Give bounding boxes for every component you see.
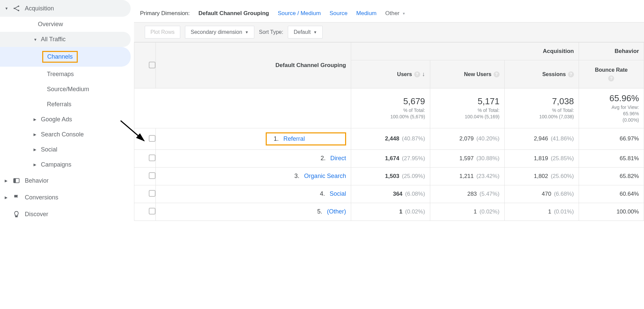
group-behavior: Behavior: [579, 43, 644, 60]
sort-desc-icon: ↓: [422, 71, 425, 78]
nav-campaigns[interactable]: ▶Campaigns: [0, 157, 131, 172]
channel-link[interactable]: Social: [330, 190, 346, 197]
col-users[interactable]: Users?↓: [351, 60, 430, 88]
lightbulb-icon: [12, 210, 21, 218]
nav-conversions[interactable]: ▶ Conversions: [0, 189, 134, 206]
table-row: 3.Organic Search 1,503(25.09%) 1,211(23.…: [134, 167, 644, 185]
dimension-active[interactable]: Default Channel Grouping: [198, 10, 269, 17]
nav-channels[interactable]: Channels: [0, 47, 131, 67]
dimension-source-medium[interactable]: Source / Medium: [278, 10, 321, 17]
table-toolbar: Plot Rows Secondary dimension ▼ Sort Typ…: [134, 22, 644, 42]
nav-behavior[interactable]: ▶ Behavior: [0, 172, 134, 189]
svg-rect-4: [14, 179, 16, 183]
row-checkbox[interactable]: [149, 190, 155, 197]
chevron-right-icon: ▶: [34, 147, 39, 152]
nav-search-console[interactable]: ▶Search Console: [0, 127, 131, 142]
behavior-icon: [12, 177, 21, 184]
table-row: 4.Social 364(6.08%) 283(5.47%) 470(6.68%…: [134, 185, 644, 203]
row-checkbox[interactable]: [149, 208, 155, 214]
col-bounce-rate[interactable]: Bounce Rate ?: [579, 60, 644, 88]
flag-icon: [12, 194, 21, 201]
sidebar: ▼ Acquisition Overview ▼ All Traffic Cha…: [0, 0, 134, 223]
nav-source-medium[interactable]: Source/Medium: [0, 82, 131, 97]
primary-dimension-bar: Primary Dimension: Default Channel Group…: [134, 0, 644, 22]
annotation-highlight: Channels: [42, 51, 78, 63]
col-sessions[interactable]: Sessions?: [504, 60, 579, 88]
dimension-header[interactable]: Default Channel Grouping: [155, 43, 351, 88]
dimension-other[interactable]: Other: [385, 10, 405, 17]
total-sessions: 7,038 % of Total:100.00% (7,038): [504, 88, 579, 128]
channel-link[interactable]: (Other): [327, 208, 346, 215]
row-checkbox[interactable]: [149, 135, 155, 142]
help-icon[interactable]: ?: [414, 71, 420, 77]
table-row: 2.Direct 1,674(27.95%) 1,597(30.88%) 1,8…: [134, 149, 644, 167]
total-bounce: 65.96% Avg for View:65.96%(0.00%): [579, 88, 644, 128]
nav-overview[interactable]: Overview: [0, 17, 131, 32]
report-table: Default Channel Grouping Acquisition Beh…: [134, 42, 644, 221]
nav-google-ads[interactable]: ▶Google Ads: [0, 112, 131, 127]
chevron-right-icon: ▶: [34, 117, 39, 122]
help-icon[interactable]: ?: [494, 71, 500, 77]
chevron-right-icon: ▶: [5, 195, 9, 200]
table-row: 5.(Other) 1(0.02%) 1(0.02%) 1(0.01%) 100…: [134, 203, 644, 221]
sort-type-label: Sort Type:: [259, 29, 283, 35]
nav-treemaps[interactable]: Treemaps: [0, 67, 131, 82]
primary-dimension-label: Primary Dimension:: [140, 10, 190, 17]
chevron-down-icon: ▼: [245, 30, 249, 34]
row-checkbox[interactable]: [149, 154, 155, 161]
help-icon[interactable]: ?: [608, 75, 614, 81]
nav-all-traffic[interactable]: ▼ All Traffic: [0, 32, 131, 47]
channel-link[interactable]: Direct: [330, 155, 346, 162]
chevron-down-icon: ▼: [5, 6, 9, 10]
dimension-source[interactable]: Source: [329, 10, 347, 17]
select-all-header: [134, 43, 156, 88]
group-acquisition: Acquisition: [351, 43, 579, 60]
dimension-medium[interactable]: Medium: [356, 10, 376, 17]
col-new-users[interactable]: New Users?: [430, 60, 504, 88]
nav-acquisition[interactable]: ▼ Acquisition: [0, 0, 131, 17]
nav-sidebar-social[interactable]: ▶Social: [0, 142, 131, 157]
chevron-down-icon: ▼: [34, 38, 39, 42]
plot-rows-button[interactable]: Plot Rows: [145, 26, 180, 39]
main-content: Primary Dimension: Default Channel Group…: [134, 0, 644, 223]
acquisition-icon: [12, 5, 21, 12]
secondary-dimension-button[interactable]: Secondary dimension ▼: [185, 26, 254, 39]
total-new-users: 5,171 % of Total:100.04% (5,169): [430, 88, 504, 128]
chevron-down-icon: ▼: [313, 30, 317, 34]
nav-referrals[interactable]: Referrals: [0, 97, 131, 112]
channel-link[interactable]: Referral: [283, 135, 305, 142]
channel-link[interactable]: Organic Search: [304, 173, 346, 179]
select-all-checkbox[interactable]: [149, 62, 155, 68]
totals-row: 5,679 % of Total:100.00% (5,679) 5,171 %…: [134, 88, 644, 128]
chevron-right-icon: ▶: [34, 132, 39, 137]
sort-type-button[interactable]: Default ▼: [288, 26, 323, 39]
row-checkbox[interactable]: [149, 172, 155, 179]
chevron-right-icon: ▶: [5, 179, 9, 183]
nav-label: Acquisition: [25, 5, 54, 12]
help-icon[interactable]: ?: [568, 71, 574, 77]
table-row: 1.Referral 2,448(40.87%) 2,079(40.20%) 2…: [134, 128, 644, 149]
total-users: 5,679 % of Total:100.00% (5,679): [351, 88, 430, 128]
chevron-right-icon: ▶: [34, 163, 39, 167]
nav-discover[interactable]: ▶ Discover: [0, 206, 134, 223]
